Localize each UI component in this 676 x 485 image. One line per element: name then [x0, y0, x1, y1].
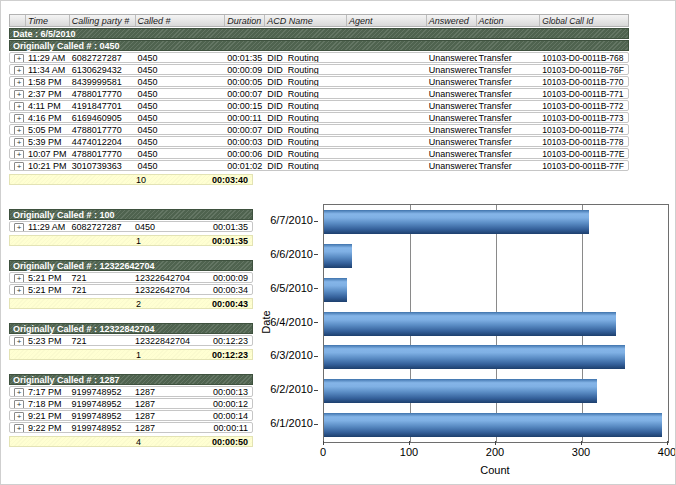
expand-cell: + [10, 149, 26, 158]
group-summary-row: 200:00:43 [9, 298, 253, 309]
y-tick-label: 6/3/2010 [256, 349, 318, 363]
cell-action: Transfer [477, 53, 541, 62]
column-header-acd-name[interactable]: ACD Name [265, 15, 347, 26]
expand-row-button[interactable]: + [14, 66, 24, 74]
cell-called-number: 0450 [136, 113, 226, 122]
cell-agent [347, 161, 427, 170]
cell-answered: Unanswered [427, 149, 477, 158]
cell-answered: Unanswered [427, 161, 477, 170]
bar-6-7-2010 [324, 210, 589, 234]
cell-duration: 00:00:11 [225, 113, 265, 122]
y-tick-label: 6/5/2010 [256, 282, 318, 296]
cell-agent [347, 137, 427, 146]
cell-calling-party: 4474012204 [70, 137, 136, 146]
column-header-answered[interactable]: Answered [427, 15, 477, 26]
cell-called-number: 0450 [136, 161, 226, 170]
cell-time: 10:07 PM [26, 149, 70, 158]
expand-row-button[interactable]: + [14, 286, 24, 294]
cell-called-number: 0450 [136, 149, 226, 158]
cell-time: 1:58 PM [26, 77, 70, 86]
table-row: +4:16 PM6169460905045000:00:11DID_Routin… [9, 112, 629, 123]
x-tick-label: 0 [305, 446, 341, 458]
cell-duration: 00:00:34 [208, 285, 252, 294]
cell-duration: 00:01:35 [225, 53, 265, 62]
expand-row-button[interactable]: + [14, 274, 24, 282]
x-tick-label: 400 [649, 446, 676, 458]
expand-row-button[interactable]: + [14, 114, 24, 122]
expand-row-button[interactable]: + [14, 424, 24, 432]
expand-row-button[interactable]: + [14, 54, 24, 62]
cell-time: 4:11 PM [26, 101, 70, 110]
column-header-action[interactable]: Action [477, 15, 541, 26]
column-header-expand[interactable] [10, 15, 26, 26]
column-header-time[interactable]: Time [26, 15, 70, 26]
table-row: +9:21 PM9199748952128700:00:14 [9, 410, 253, 421]
table-row: +11:29 AM6082727287045000:01:35 [9, 221, 253, 232]
cell-time: 5:21 PM [26, 273, 70, 282]
cell-calling-party: 9199748952 [70, 423, 133, 432]
cell-answered: Unanswered [427, 89, 477, 98]
cell-time: 5:39 PM [26, 137, 70, 146]
expand-cell: + [10, 273, 26, 282]
expand-row-button[interactable]: + [14, 126, 24, 134]
cell-called-number: 0450 [136, 137, 226, 146]
column-header-agent[interactable]: Agent [347, 15, 427, 26]
cell-acd-name: DID_Routing [265, 89, 347, 98]
table-row: +4:11 PM4191847701045000:00:15DID_Routin… [9, 100, 629, 111]
originally-called-group: Originally Called # : 12322642704+5:21 P… [9, 260, 253, 309]
cell-action: Transfer [477, 125, 541, 134]
expand-row-button[interactable]: + [14, 150, 24, 158]
cell-calling-party: 4191847701 [70, 101, 136, 110]
cell-answered: Unanswered [427, 101, 477, 110]
bar-6-5-2010 [324, 278, 347, 302]
cell-calling-party: 721 [70, 273, 133, 282]
expand-row-button[interactable]: + [14, 223, 24, 231]
expand-row-button[interactable]: + [14, 400, 24, 408]
cell-acd-name: DID_Routing [265, 125, 347, 134]
cell-calling-party: 721 [70, 285, 133, 294]
column-header-duration[interactable]: Duration [225, 15, 265, 26]
cell-calling-party: 6082727287 [70, 222, 133, 231]
column-header-global-call-id[interactable]: Global Call Id [540, 15, 628, 26]
expand-cell: + [10, 399, 26, 408]
cell-agent [347, 89, 427, 98]
summary-total-duration: 00:03:40 [196, 175, 252, 184]
bar-6-6-2010 [324, 244, 352, 268]
cell-global-call-id: 10103-D0-0011B-773 [540, 113, 628, 122]
y-tick-label: 6/4/2010 [256, 316, 318, 330]
cell-duration: 00:00:07 [225, 125, 265, 134]
cell-global-call-id: 10103-D0-0011B-76F [540, 65, 628, 74]
table-row: +9:22 PM9199748952128700:00:11 [9, 422, 253, 433]
x-axis-tick [581, 441, 582, 445]
table-row: +5:21 PM7211232264270400:00:09 [9, 272, 253, 283]
x-axis-tick [667, 441, 668, 445]
cell-action: Transfer [477, 65, 541, 74]
expand-row-button[interactable]: + [14, 78, 24, 86]
expand-row-button[interactable]: + [14, 388, 24, 396]
expand-row-button[interactable]: + [14, 337, 24, 345]
x-axis-tick [495, 441, 496, 445]
expand-row-button[interactable]: + [14, 102, 24, 110]
cell-called-number: 1287 [133, 387, 208, 396]
column-header-called[interactable]: Called # [136, 15, 226, 26]
expand-row-button[interactable]: + [14, 412, 24, 420]
cell-calling-party: 6082727287 [70, 53, 136, 62]
expand-row-button[interactable]: + [14, 90, 24, 98]
cell-action: Transfer [477, 149, 541, 158]
column-header-calling-party[interactable]: Calling party # [70, 15, 136, 26]
cell-time: 10:21 PM [26, 161, 70, 170]
cell-agent [347, 101, 427, 110]
cell-global-call-id: 10103-D0-0011B-774 [540, 125, 628, 134]
cell-global-call-id: 10103-D0-0011B-768 [540, 53, 628, 62]
cell-calling-party: 4788017770 [70, 89, 136, 98]
y-tick-label: 6/1/2010 [256, 417, 318, 431]
cell-time: 9:21 PM [26, 411, 70, 420]
cell-duration: 00:01:02 [225, 161, 265, 170]
cell-acd-name: DID_Routing [265, 137, 347, 146]
cell-called-number: 12322842704 [133, 336, 208, 345]
table-row: +1:58 PM8439999581045000:00:05DID_Routin… [9, 76, 629, 87]
expand-row-button[interactable]: + [14, 138, 24, 146]
expand-row-button[interactable]: + [14, 162, 24, 170]
summary-total-duration: 00:00:43 [196, 299, 252, 308]
cell-calling-party: 3010739363 [70, 161, 136, 170]
